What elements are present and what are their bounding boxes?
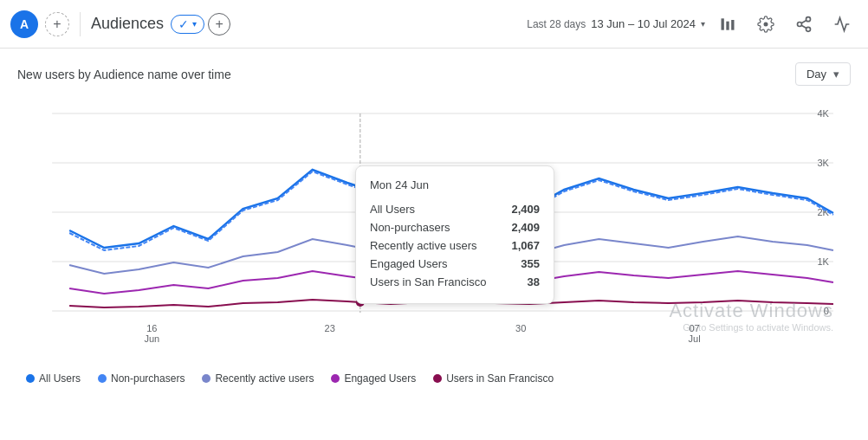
legend-label-engaged-users: Engaged Users [344,372,416,385]
watermark-title: Activate Windows [669,300,833,322]
tooltip-row-recently-active: Recently active users 1,067 [370,236,540,255]
legend-label-recently-active: Recently active users [215,372,314,385]
status-badge[interactable]: ✓ ▾ [171,15,204,34]
date-range-label: Last 28 days [527,18,586,30]
settings-icon[interactable] [750,9,781,40]
date-range-selector[interactable]: Last 28 days 13 Jun – 10 Jul 2024 ▾ [527,17,705,30]
svg-point-4 [806,16,811,21]
svg-text:4K: 4K [817,108,829,119]
avatar: A [10,10,38,38]
granularity-dropdown[interactable]: Day ▾ [795,62,851,86]
tooltip-label-sf-users: Users in San Francisco [370,275,486,288]
tooltip-date: Mon 24 Jun [370,178,540,191]
tooltip-value-non-purchasers: 2,409 [511,221,540,234]
chevron-down-icon: ▾ [192,19,197,29]
legend-label-sf-users: Users in San Francisco [446,372,554,385]
svg-point-3 [764,22,768,26]
tooltip-value-sf-users: 38 [528,275,540,288]
svg-point-6 [806,27,811,31]
watermark-subtitle: Go to Settings to activate Windows. [669,322,833,333]
tooltip-value-engaged: 355 [521,257,540,270]
add-audience-button[interactable]: + [208,13,230,36]
add-workspace-button[interactable]: + [45,12,69,36]
page-title: Audiences [91,15,164,33]
tooltip-row-non-purchasers: Non-purchasers 2,409 [370,218,540,236]
compare-icon[interactable] [712,9,743,40]
granularity-chevron-icon: ▾ [833,68,839,81]
tooltip-label-all-users: All Users [370,203,415,216]
legend-dot-recently-active [202,374,211,383]
tooltip-row-engaged: Engaged Users 355 [370,255,540,273]
tooltip-label-non-purchasers: Non-purchasers [370,221,450,234]
svg-rect-2 [731,20,734,30]
watermark: Activate Windows Go to Settings to activ… [669,300,833,333]
svg-text:30: 30 [515,323,526,333]
svg-line-7 [801,25,806,28]
chart-tooltip: Mon 24 Jun All Users 2,409 Non-purchaser… [355,165,554,304]
chart-wrapper: 4K 3K 2K 1K 0 16 Jun 23 30 07 Jul [17,96,851,367]
tooltip-value-recently-active: 1,067 [511,239,540,252]
legend-item-recently-active: Recently active users [202,372,314,385]
separator [80,12,81,36]
tooltip-row-sf-users: Users in San Francisco 38 [370,273,540,291]
legend-label-non-purchasers: Non-purchasers [111,372,185,385]
legend-dot-sf-users [433,374,442,383]
svg-text:Jul: Jul [689,333,701,344]
svg-text:1K: 1K [817,256,829,267]
svg-text:3K: 3K [817,158,829,168]
legend-item-all-users: All Users [26,372,81,385]
analytics-icon[interactable] [826,9,858,40]
share-icon[interactable] [788,9,819,40]
main-content: New users by Audience name over time Day… [0,49,868,398]
legend-dot-all-users [26,374,35,383]
chart-header: New users by Audience name over time Day… [17,62,851,86]
date-range-value: 13 Jun – 10 Jul 2024 [591,17,696,30]
title-actions: ✓ ▾ + [171,13,230,36]
svg-text:23: 23 [325,323,335,333]
legend-item-non-purchasers: Non-purchasers [98,372,185,385]
chart-legend: All Users Non-purchasers Recently active… [17,372,851,385]
topbar: A + Audiences ✓ ▾ + Last 28 days 13 Jun … [0,0,868,49]
check-icon: ✓ [178,17,189,31]
date-chevron-icon: ▾ [701,19,705,29]
svg-text:16: 16 [146,323,157,333]
svg-line-8 [801,20,806,23]
legend-dot-engaged-users [331,374,340,383]
tooltip-label-recently-active: Recently active users [370,239,477,252]
tooltip-value-all-users: 2,409 [511,203,540,216]
tooltip-row-all-users: All Users 2,409 [370,200,540,218]
granularity-label: Day [806,68,826,81]
legend-dot-non-purchasers [98,374,107,383]
chart-title: New users by Audience name over time [17,68,231,81]
svg-text:Jun: Jun [144,333,159,344]
svg-rect-0 [722,18,724,29]
tooltip-label-engaged: Engaged Users [370,257,448,270]
svg-point-5 [798,22,802,26]
svg-rect-1 [726,21,729,29]
legend-item-engaged-users: Engaged Users [331,372,416,385]
legend-label-all-users: All Users [39,372,81,385]
legend-item-sf-users: Users in San Francisco [433,372,554,385]
